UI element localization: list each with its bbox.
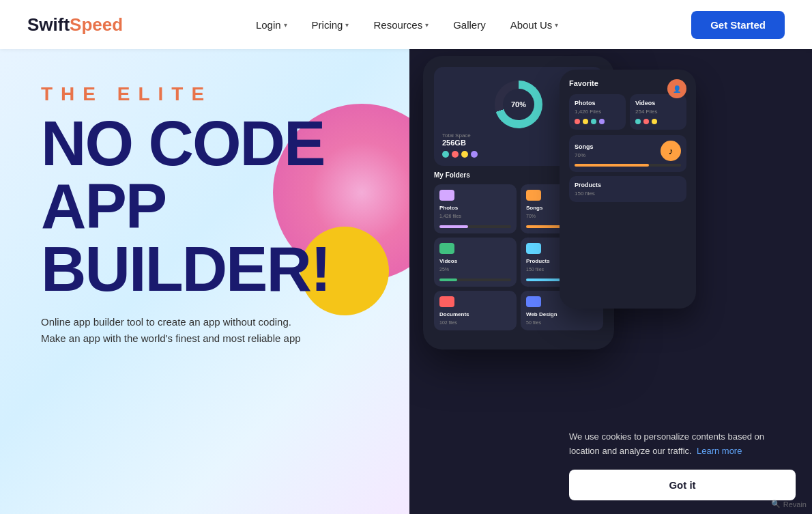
fav-songs-card: Songs 70% ♪ [569, 135, 686, 172]
fav-products-card: Products 150 files [569, 176, 686, 202]
progress-fill [439, 279, 457, 281]
chevron-down-icon: ▾ [284, 21, 287, 29]
photo-dots [575, 119, 620, 124]
revain-label: Revain [783, 500, 807, 509]
logo-speed: Speed [70, 14, 123, 35]
phone-secondary: 👤 Favorite Photos 1,426 Files [560, 70, 696, 309]
dot-yellow [461, 151, 468, 158]
nav-resources[interactable]: Resources ▾ [373, 19, 429, 31]
storage-used: Total Space 256GB [442, 132, 471, 147]
folder-icon-documents [439, 296, 454, 307]
learn-more-link[interactable]: Learn more [697, 446, 742, 456]
revain-icon: 🔍 [771, 500, 781, 509]
got-it-button[interactable]: Got it [569, 470, 796, 500]
nav-pricing[interactable]: Pricing ▾ [312, 19, 349, 31]
fav-videos: Videos 254 Files [630, 94, 686, 130]
nav-links: Login ▾ Pricing ▾ Resources ▾ Gallery Ab… [256, 19, 558, 31]
music-icon: ♪ [669, 145, 673, 156]
songs-info: Songs 70% [575, 143, 594, 158]
songs-icon: ♪ [661, 141, 681, 161]
cookie-text: We use cookies to personalize contents b… [569, 430, 796, 459]
progress-fill [439, 225, 468, 228]
dot-red [452, 151, 459, 158]
fav-photos: Photos 1,426 Files [569, 94, 626, 130]
songs-row: Songs 70% ♪ [575, 141, 681, 161]
fav-more-cards: Songs 70% ♪ Products 15 [569, 135, 686, 202]
folder-icon-products [526, 243, 541, 254]
revain-watermark: 🔍 Revain [771, 500, 807, 509]
folder-icon-webdesign [526, 296, 541, 307]
hero-title-line2: APP [41, 175, 437, 238]
folder-icon-photos [439, 190, 454, 201]
folder-videos: Videos 25% [434, 238, 517, 287]
progress-bar [575, 164, 681, 167]
get-started-button[interactable]: Get Started [691, 11, 785, 39]
folder-documents: Documents 102 files [434, 291, 517, 330]
hero-subtitle: Online app builder tool to create an app… [41, 314, 437, 347]
avatar: 👤 [667, 79, 686, 98]
folder-photos: Photos 1,426 files [434, 184, 517, 233]
hero-eyebrow: The Elite [41, 83, 437, 105]
chevron-down-icon: ▾ [555, 21, 558, 29]
dot-teal [442, 151, 449, 158]
favorites-grid: Photos 1,426 Files Videos 254 Files [569, 94, 686, 130]
donut-chart: 70% [495, 81, 542, 128]
nav-login[interactable]: Login ▾ [256, 19, 287, 31]
hero-text-area: The Elite NO CODE APP BUILDER! Online ap… [41, 83, 437, 347]
progress-fill [575, 164, 649, 167]
progress-bar [439, 225, 511, 228]
video-dots [635, 119, 681, 124]
chevron-down-icon: ▾ [425, 21, 429, 29]
logo[interactable]: SwiftSpeed [27, 14, 123, 35]
hero-title-line3: BUILDER! [41, 238, 437, 300]
folder-icon-videos [439, 243, 454, 254]
navbar: SwiftSpeed Login ▾ Pricing ▾ Resources ▾… [0, 0, 812, 49]
dot-purple [471, 151, 478, 158]
hero-background: The Elite NO CODE APP BUILDER! Online ap… [0, 49, 812, 514]
nav-about[interactable]: About Us ▾ [510, 19, 559, 31]
nav-gallery[interactable]: Gallery [453, 19, 486, 31]
cookie-banner: We use cookies to personalize contents b… [553, 415, 812, 514]
chevron-down-icon: ▾ [345, 21, 349, 29]
logo-swift: Swift [27, 14, 70, 35]
folder-icon-songs [526, 190, 541, 201]
hero-title-line1: NO CODE [41, 112, 437, 175]
progress-bar [439, 279, 511, 281]
